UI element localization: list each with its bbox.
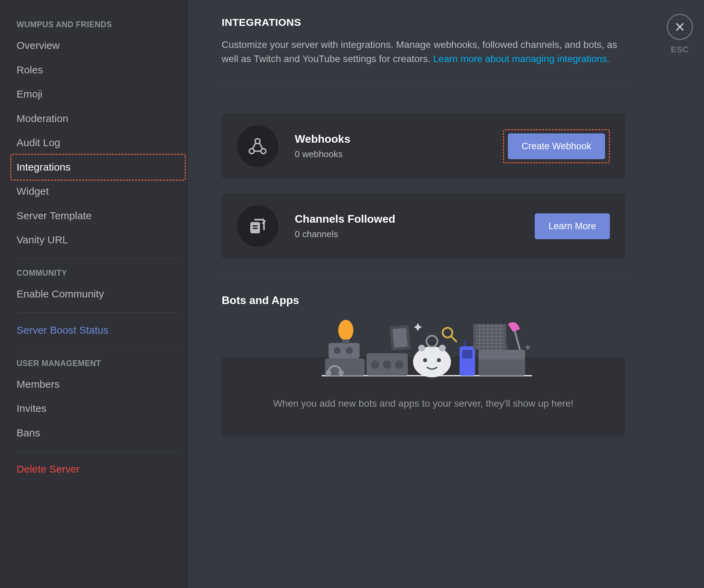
- bots-and-apps-heading: Bots and Apps: [222, 294, 632, 307]
- svg-rect-8: [329, 343, 360, 358]
- sidebar-header-wumpus: WUMPUS AND FRIENDS: [17, 17, 181, 33]
- sidebar-item-integrations[interactable]: Integrations: [17, 156, 181, 179]
- webhooks-title: Webhooks: [295, 133, 503, 145]
- close-icon: [674, 21, 685, 32]
- sidebar-item-moderation[interactable]: Moderation: [17, 107, 181, 130]
- channels-followed-icon: [237, 205, 278, 247]
- page-description: Customize your server with integrations.…: [222, 38, 625, 66]
- svg-rect-30: [462, 350, 472, 358]
- sidebar-item-members[interactable]: Members: [17, 373, 181, 396]
- svg-point-1: [249, 149, 254, 154]
- sidebar-item-server-template[interactable]: Server Template: [17, 204, 181, 227]
- sidebar-item-label: Delete Server: [17, 463, 80, 475]
- sidebar-item-label: Server Boost Status: [17, 324, 109, 336]
- svg-point-22: [423, 358, 427, 362]
- svg-point-11: [338, 320, 353, 341]
- create-webhook-button[interactable]: Create Webhook: [508, 133, 605, 159]
- sidebar-divider: [17, 349, 181, 349]
- svg-point-26: [426, 336, 438, 347]
- sidebar-divider: [17, 258, 181, 259]
- svg-point-13: [326, 370, 331, 376]
- svg-point-24: [418, 345, 425, 352]
- sidebar-header-community: COMMUNITY: [17, 265, 181, 281]
- sidebar-item-emoji[interactable]: Emoji: [17, 83, 181, 106]
- svg-point-17: [383, 361, 391, 369]
- sidebar-item-vanity-url[interactable]: Vanity URL: [17, 229, 181, 252]
- webhook-icon: [237, 125, 278, 167]
- sidebar-item-label: Integrations: [17, 161, 71, 173]
- svg-point-18: [395, 361, 403, 369]
- sidebar-item-label: Widget: [17, 185, 49, 197]
- main-divider: [222, 276, 625, 277]
- svg-point-16: [371, 361, 379, 369]
- sidebar-divider: [17, 451, 181, 452]
- svg-rect-4: [253, 225, 258, 227]
- svg-point-27: [443, 328, 452, 337]
- sidebar-divider: [17, 312, 181, 313]
- channels-followed-count: 0 channels: [295, 229, 535, 240]
- svg-rect-20: [392, 328, 408, 348]
- sidebar-item-delete-server[interactable]: Delete Server: [17, 458, 181, 481]
- sidebar-item-invites[interactable]: Invites: [17, 397, 181, 420]
- sidebar-item-label: Bans: [17, 427, 40, 438]
- svg-point-23: [437, 358, 441, 362]
- sidebar-item-label: Server Template: [17, 210, 92, 221]
- sidebar-item-widget[interactable]: Widget: [17, 180, 181, 203]
- sidebar-item-label: Audit Log: [17, 137, 60, 148]
- close-button[interactable]: [667, 14, 693, 40]
- webhooks-card: Webhooks 0 webhooks Create Webhook: [222, 113, 625, 179]
- learn-more-button[interactable]: Learn More: [535, 213, 610, 239]
- learn-more-link[interactable]: Learn more about managing integrations.: [433, 53, 610, 64]
- sidebar-header-user-management: USER MANAGEMENT: [17, 355, 181, 372]
- svg-point-9: [334, 347, 341, 354]
- bots-illustration: [322, 314, 532, 377]
- svg-point-10: [346, 347, 353, 354]
- svg-point-14: [338, 370, 344, 376]
- sidebar-item-label: Enable Community: [17, 288, 104, 300]
- bots-placeholder-text: When you add new bots and apps to your s…: [237, 398, 610, 409]
- page-title: INTEGRATIONS: [222, 17, 632, 28]
- sidebar-item-boost-status[interactable]: Server Boost Status: [17, 319, 181, 342]
- sidebar-item-label: Roles: [17, 64, 43, 75]
- svg-line-49: [515, 331, 520, 350]
- svg-point-21: [413, 346, 451, 377]
- svg-rect-12: [342, 339, 349, 344]
- sidebar-item-label: Emoji: [17, 88, 42, 100]
- svg-rect-35: [473, 324, 506, 350]
- sidebar-item-audit-log[interactable]: Audit Log: [17, 131, 181, 154]
- sidebar-item-label: Members: [17, 378, 60, 390]
- svg-point-25: [439, 345, 446, 352]
- sidebar-item-label: Overview: [17, 40, 60, 51]
- sidebar-item-label: Invites: [17, 403, 47, 414]
- main-content: INTEGRATIONS Customize your server with …: [188, 0, 656, 588]
- sidebar-item-label: Vanity URL: [17, 234, 68, 245]
- channels-followed-card: Channels Followed 0 channels Learn More: [222, 193, 625, 259]
- svg-rect-33: [479, 350, 525, 359]
- settings-sidebar: WUMPUS AND FRIENDS Overview Roles Emoji …: [0, 0, 188, 588]
- close-column: ESC: [656, 0, 704, 588]
- sidebar-item-enable-community[interactable]: Enable Community: [17, 283, 181, 306]
- svg-rect-5: [253, 228, 258, 229]
- svg-line-28: [451, 336, 457, 342]
- sidebar-item-overview[interactable]: Overview: [17, 34, 181, 57]
- sidebar-item-label: Moderation: [17, 113, 68, 124]
- sidebar-item-bans[interactable]: Bans: [17, 422, 181, 445]
- close-label: ESC: [671, 45, 689, 54]
- webhooks-count: 0 webhooks: [295, 149, 503, 160]
- channels-followed-title: Channels Followed: [295, 213, 535, 225]
- svg-rect-3: [250, 222, 260, 234]
- svg-point-2: [261, 149, 266, 154]
- main-divider: [222, 86, 625, 86]
- sidebar-item-roles[interactable]: Roles: [17, 59, 181, 82]
